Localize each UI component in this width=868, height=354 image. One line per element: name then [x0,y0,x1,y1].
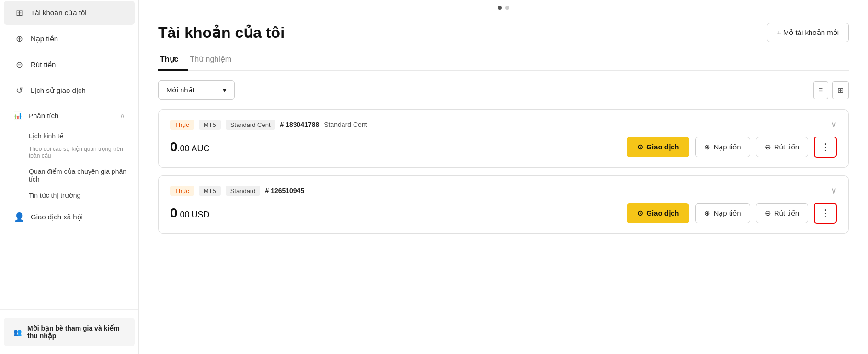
account-card-1-header: Thực MT5 Standard Cent # 183041788 Stand… [170,119,837,130]
more-button-1[interactable]: ⋮ [814,137,837,158]
sidebar-item-deposit[interactable]: ⊕ Nạp tiền [4,27,135,51]
sort-dropdown[interactable]: Mới nhất ▾ [158,80,235,100]
chevron-down-icon: ▾ [223,86,227,94]
withdraw-button-1[interactable]: ⊖ Rút tiền [756,137,808,157]
page-title: Tài khoản của tôi [158,23,285,42]
sidebar-item-economic-calendar[interactable]: Lịch kinh tế [21,128,138,144]
invite-icon: 👥 [13,328,22,336]
dot-2 [505,6,509,10]
economic-calendar-desc: Theo dõi các sự kiện quan trọng trên toà… [21,145,138,163]
account-card-2: Thực MT5 Standard # 126510945 ∨ 0.00USD … [158,175,849,234]
account-card-2-body: 0.00USD ⊙ Giao dịch ⊕ Nạp tiền ⊖ Rút tiề… [170,203,837,224]
account-name-1: Standard Cent [324,121,367,128]
trade-button-1[interactable]: ⊙ Giao dịch [627,137,689,157]
account-number-2: # 126510945 [265,187,304,194]
withdraw-icon-1: ⊖ [765,143,771,151]
account-card-2-header: Thực MT5 Standard # 126510945 ∨ [170,185,837,196]
tab-demo[interactable]: Thử nghiệm [188,50,241,71]
badge-platform-2: MT5 [199,186,221,196]
badge-thuc-1: Thực [170,120,194,130]
sidebar-item-withdraw[interactable]: ⊖ Rút tiền [4,53,135,77]
more-button-2[interactable]: ⋮ [814,203,837,224]
badge-type-1: Standard Cent [226,120,275,130]
tabs-row: Thực Thử nghiệm [158,50,849,71]
trade-icon-2: ⊙ [637,209,643,217]
page-header: Tài khoản của tôi + Mở tài khoản mới [158,13,849,50]
grid-view-button[interactable]: ⊞ [832,81,849,99]
trade-icon-1: ⊙ [637,143,643,151]
account-balance-2: 0.00USD [170,206,210,221]
account-2-actions: ⊙ Giao dịch ⊕ Nạp tiền ⊖ Rút tiền ⋮ [627,203,837,224]
list-view-button[interactable]: ≡ [813,81,828,99]
deposit-icon-2: ⊕ [704,209,710,217]
grid-icon: ⊞ [13,8,25,18]
carousel-dots [158,0,849,13]
more-icon-1: ⋮ [821,142,830,152]
badge-thuc-2: Thực [170,186,194,196]
more-icon-2: ⋮ [821,208,830,218]
tab-real[interactable]: Thực [158,50,188,71]
analysis-submenu: Lịch kinh tế Theo dõi các sự kiện quan t… [0,127,138,204]
trade-button-2[interactable]: ⊙ Giao dịch [627,203,689,223]
sidebar: ⊞ Tài khoản của tôi ⊕ Nạp tiền ⊖ Rút tiề… [0,0,139,354]
new-account-button[interactable]: + Mở tài khoản mới [767,23,849,42]
badge-type-2: Standard [226,186,261,196]
sidebar-item-expert-opinion[interactable]: Quan điểm của chuyên gia phân tích [21,164,138,187]
withdraw-button-2[interactable]: ⊖ Rút tiền [756,203,808,223]
filter-row: Mới nhất ▾ ≡ ⊞ [158,80,849,100]
sidebar-item-analysis[interactable]: 📊 Phân tích ∧ [4,104,135,126]
account-card-1: Thực MT5 Standard Cent # 183041788 Stand… [158,109,849,168]
deposit-button-2[interactable]: ⊕ Nạp tiền [695,203,750,223]
sidebar-item-social-trading[interactable]: 👤 Giao dịch xã hội [4,205,135,229]
withdraw-icon-2: ⊖ [765,209,771,217]
deposit-button-1[interactable]: ⊕ Nạp tiền [695,137,750,157]
grid-icon: ⊞ [837,86,844,94]
sidebar-item-market-news[interactable]: Tin tức thị trường [21,188,138,203]
deposit-icon: ⊕ [13,34,25,44]
chevron-up-icon: ∧ [120,111,125,120]
view-toggle: ≡ ⊞ [813,81,849,99]
analysis-icon: 📊 [13,111,23,120]
sidebar-item-history[interactable]: ↺ Lịch sử giao dịch [4,79,135,103]
dot-1 [498,6,502,10]
deposit-icon-1: ⊕ [704,143,710,151]
sidebar-item-my-accounts[interactable]: ⊞ Tài khoản của tôi [4,1,135,25]
social-icon: 👤 [13,212,25,222]
chevron-down-icon-1[interactable]: ∨ [831,119,837,130]
withdraw-icon: ⊖ [13,59,25,70]
sidebar-bottom: 👥 Mời bạn bè tham gia và kiếm thu nhập [0,309,138,354]
badge-platform-1: MT5 [199,120,221,130]
sidebar-item-invite[interactable]: 👥 Mời bạn bè tham gia và kiếm thu nhập [4,318,135,346]
list-icon: ≡ [819,86,823,94]
chevron-down-icon-2[interactable]: ∨ [831,185,837,196]
account-number-1: # 183041788 [280,121,320,128]
history-icon: ↺ [13,85,25,96]
account-1-actions: ⊙ Giao dịch ⊕ Nạp tiền ⊖ Rút tiền ⋮ [627,137,837,158]
account-balance-1: 0.00AUC [170,139,210,155]
account-card-1-body: 0.00AUC ⊙ Giao dịch ⊕ Nạp tiền ⊖ Rút tiề… [170,137,837,158]
main-content: Tài khoản của tôi + Mở tài khoản mới Thự… [139,0,868,354]
